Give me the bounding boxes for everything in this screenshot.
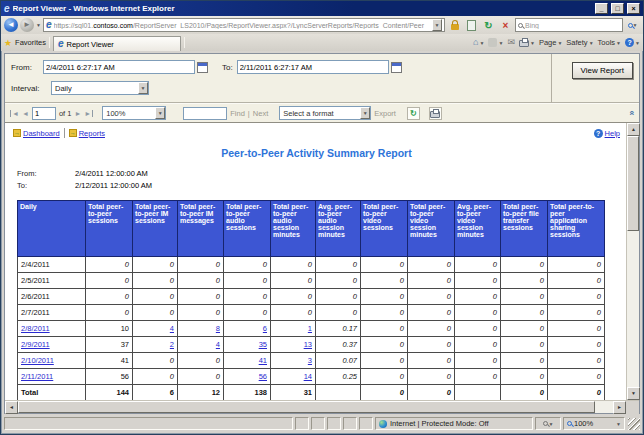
scroll-up-icon[interactable]: ▲ [627, 123, 640, 136]
value-link[interactable]: 8 [216, 324, 220, 333]
security-lock-button[interactable] [447, 18, 462, 32]
from-date-input[interactable] [43, 60, 195, 74]
first-page-button[interactable]: ◄ [10, 110, 19, 117]
value-cell[interactable]: 4 [133, 321, 178, 337]
value-link[interactable]: 3 [308, 356, 312, 365]
value-cell[interactable]: 13 [271, 337, 316, 353]
close-button[interactable]: × [627, 3, 640, 14]
favorites-star-icon[interactable]: ★ [4, 38, 12, 48]
print-report-button[interactable] [429, 107, 442, 120]
value-cell[interactable]: 8 [178, 321, 224, 337]
favorites-label[interactable]: Favorites [15, 38, 46, 47]
value-link[interactable]: 1 [308, 324, 312, 333]
print-dropdown-icon[interactable]: ▼ [530, 40, 535, 46]
minimize-button[interactable]: _ [595, 3, 608, 14]
value-cell[interactable]: 6 [224, 321, 271, 337]
horizontal-scroll-thumb[interactable] [18, 401, 595, 413]
to-calendar-icon[interactable] [391, 62, 402, 73]
value-cell[interactable]: 14 [271, 369, 316, 385]
scroll-left-icon[interactable]: ◄ [5, 401, 18, 414]
value-link[interactable]: 13 [304, 340, 312, 349]
breadcrumb-link-dashboard[interactable]: Dashboard [23, 129, 60, 138]
safety-menu[interactable]: Safety▼ [566, 38, 593, 47]
search-box[interactable] [515, 18, 623, 32]
value-cell[interactable]: 56 [224, 369, 271, 385]
view-report-button[interactable]: View Report [572, 62, 633, 79]
feeds-dropdown-icon[interactable]: ▼ [498, 40, 503, 46]
date-link[interactable]: 2/10/2011 [21, 356, 54, 365]
value-cell[interactable]: 41 [224, 353, 271, 369]
search-go-button[interactable]: ▼ [625, 18, 640, 32]
last-page-button[interactable]: ► [84, 110, 93, 117]
date-link[interactable]: 2/11/2011 [21, 372, 53, 381]
value-cell[interactable]: 4 [178, 337, 224, 353]
date-link[interactable]: 2/9/2011 [21, 340, 50, 349]
next-page-button[interactable]: ► [74, 110, 81, 117]
export-format-select[interactable]: Select a format ▼ [279, 106, 371, 120]
smartscreen-panel[interactable]: ▼ [535, 417, 561, 430]
export-format-dropdown-icon[interactable]: ▼ [360, 107, 370, 119]
value-link[interactable]: 14 [304, 372, 312, 381]
value-cell[interactable]: 1 [271, 321, 316, 337]
value-link[interactable]: 2 [170, 340, 174, 349]
value-cell[interactable]: 35 [224, 337, 271, 353]
value-link[interactable]: 56 [259, 372, 267, 381]
value-link[interactable]: 4 [170, 324, 174, 333]
compatibility-view-button[interactable] [464, 18, 479, 32]
next-link[interactable]: Next [253, 109, 268, 118]
vertical-scroll-thumb[interactable] [627, 136, 639, 231]
horizontal-scrollbar[interactable]: ◄ ► [5, 400, 639, 413]
scroll-right-icon[interactable]: ► [613, 401, 626, 414]
value-link[interactable]: 6 [263, 324, 267, 333]
report-help[interactable]: ? Help [594, 129, 620, 138]
value-link[interactable]: 4 [216, 340, 220, 349]
value-link[interactable]: 41 [259, 356, 267, 365]
tab-report-viewer[interactable]: e Report Viewer [53, 36, 181, 51]
read-mail-button[interactable]: ✉ [507, 38, 515, 47]
recent-pages-dropdown-icon[interactable]: ▼ [36, 22, 41, 28]
breadcrumb-link-reports[interactable]: Reports [79, 129, 105, 138]
home-button[interactable]: ⌂▼ [473, 38, 484, 47]
url-field[interactable]: e https://sql01.contoso.com/ReportServer… [43, 18, 445, 32]
page-menu[interactable]: Page▼ [539, 38, 562, 47]
zoom-dropdown-icon[interactable]: ▼ [155, 107, 165, 119]
scroll-down-icon[interactable]: ▼ [627, 387, 640, 400]
page-number-input[interactable] [32, 107, 56, 120]
date-link[interactable]: 2/8/2011 [21, 324, 50, 333]
feeds-button[interactable]: ▼ [488, 38, 503, 47]
to-date-input[interactable] [237, 60, 389, 74]
interval-select[interactable]: Daily ▼ [51, 81, 149, 95]
date-cell[interactable]: 2/8/2011 [18, 321, 86, 337]
vertical-scroll-track[interactable] [627, 231, 639, 387]
home-dropdown-icon[interactable]: ▼ [479, 40, 484, 46]
browser-zoom-control[interactable]: 100% ▼ [563, 417, 625, 430]
resize-grip[interactable] [628, 418, 640, 430]
value-cell[interactable]: 2 [133, 337, 178, 353]
report-help-link[interactable]: Help [605, 129, 620, 138]
previous-page-button[interactable]: ◄ [22, 110, 29, 117]
from-calendar-icon[interactable] [197, 62, 208, 73]
zoom-select[interactable]: 100% ▼ [102, 106, 166, 120]
value-link[interactable]: 35 [259, 340, 267, 349]
refresh-button[interactable]: ↻ [481, 18, 496, 32]
back-button[interactable]: ◄ [4, 18, 18, 32]
print-button[interactable]: ▼ [519, 38, 535, 47]
collapse-parameters-icon[interactable]: « [626, 110, 636, 115]
date-cell[interactable]: 2/11/2011 [18, 369, 86, 385]
vertical-scrollbar[interactable]: ▲ ▼ [626, 123, 639, 400]
help-menu[interactable]: ?▼ [625, 38, 640, 47]
find-link[interactable]: Find [230, 109, 245, 118]
stop-button[interactable]: × [498, 18, 513, 32]
search-input[interactable] [525, 22, 620, 29]
url-dropdown-button[interactable]: ▼ [432, 19, 442, 31]
zoom-dropdown-icon[interactable]: ▼ [616, 421, 621, 427]
tools-menu[interactable]: Tools▼ [598, 38, 621, 47]
refresh-report-button[interactable]: ↻ [407, 107, 420, 120]
date-cell[interactable]: 2/10/2011 [18, 353, 86, 369]
find-text-input[interactable] [183, 107, 227, 120]
export-link[interactable]: Export [374, 109, 396, 118]
value-cell[interactable]: 3 [271, 353, 316, 369]
forward-button[interactable]: ► [20, 18, 34, 32]
date-cell[interactable]: 2/9/2011 [18, 337, 86, 353]
interval-dropdown-icon[interactable]: ▼ [138, 82, 148, 94]
